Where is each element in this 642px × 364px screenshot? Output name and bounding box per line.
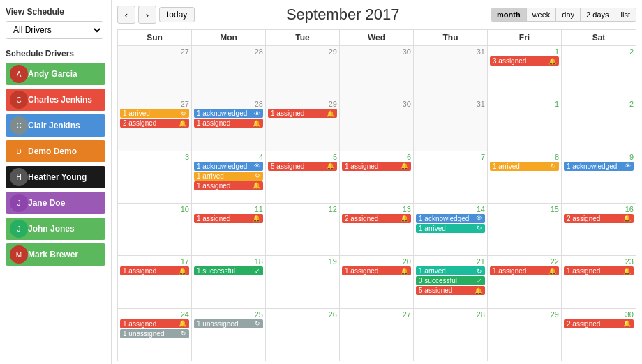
calendar-event[interactable]: 1 arrived↻ xyxy=(416,266,485,275)
calendar-cell[interactable]: 201 assigned🔔 xyxy=(340,256,414,308)
calendar-event[interactable]: 1 assigned🔔 xyxy=(120,266,189,275)
calendar-event[interactable]: 1 successful✓ xyxy=(194,266,263,275)
calendar-cell[interactable]: 281 acknowledged👁1 assigned🔔 xyxy=(192,98,266,150)
calendar-cell[interactable]: 31 xyxy=(414,98,488,150)
driver-item-jane-doe[interactable]: JJane Doe xyxy=(6,192,105,214)
calendar-event[interactable]: 1 unassigned↻ xyxy=(194,319,263,328)
event-label: 2 assigned xyxy=(567,320,600,328)
calendar-event[interactable]: 1 assigned🔔 xyxy=(564,266,634,275)
event-label: 5 assigned xyxy=(419,287,452,294)
calendar-event[interactable]: 2 assigned🔔 xyxy=(564,319,634,328)
calendar-cell[interactable]: 211 arrived↻3 successful✓5 assigned🔔 xyxy=(414,256,488,308)
calendar-event[interactable]: 2 assigned🔔 xyxy=(120,119,189,128)
calendar-cell[interactable]: 19 xyxy=(266,256,340,308)
calendar-cell[interactable]: 162 assigned🔔 xyxy=(562,204,636,255)
calendar-cell[interactable]: 28 xyxy=(192,46,266,98)
calendar-event[interactable]: 5 assigned🔔 xyxy=(416,286,485,295)
calendar-cell[interactable]: 141 acknowledged👁1 arrived↻ xyxy=(414,204,488,255)
calendar-cell[interactable]: 55 assigned🔔 xyxy=(266,151,340,203)
calendar-event[interactable]: 3 successful✓ xyxy=(416,276,485,285)
calendar-cell[interactable]: 29 xyxy=(488,309,562,361)
event-icon: ↻ xyxy=(255,320,260,327)
driver-item-mark-brewer[interactable]: MMark Brewer xyxy=(6,243,105,266)
calendar-cell[interactable]: 221 assigned🔔 xyxy=(488,256,562,308)
calendar-cell[interactable]: 28 xyxy=(414,309,488,361)
calendar-event[interactable]: 1 assigned🔔 xyxy=(490,266,559,275)
calendar-cell[interactable]: 241 assigned🔔1 unassigned↻ xyxy=(118,309,192,361)
calendar-cell[interactable]: 91 acknowledged👁 xyxy=(562,151,636,203)
calendar-cell[interactable]: 271 arrived↻2 assigned🔔 xyxy=(118,98,192,150)
day-number: 1 xyxy=(490,100,559,108)
driver-item-charles-jenkins[interactable]: CCharles Jenkins xyxy=(6,89,105,111)
calendar-cell[interactable]: 251 unassigned↻ xyxy=(192,309,266,361)
calendar-cell[interactable]: 15 xyxy=(488,204,562,255)
calendar-cell[interactable]: 2 xyxy=(562,98,636,150)
calendar-cell[interactable]: 111 assigned🔔 xyxy=(192,204,266,255)
calendar-week-4: 171 assigned🔔181 successful✓19201 assign… xyxy=(118,256,636,308)
driver-item-clair-jenkins[interactable]: CClair Jenkins xyxy=(6,114,105,137)
calendar-cell[interactable]: 29 xyxy=(266,46,340,98)
view-btn-list[interactable]: list xyxy=(615,8,636,21)
today-button[interactable]: today xyxy=(159,7,195,22)
calendar-cell[interactable]: 13 assigned🔔 xyxy=(488,46,562,98)
calendar-cell[interactable]: 61 assigned🔔 xyxy=(340,151,414,203)
event-label: 5 assigned xyxy=(271,162,304,170)
driver-item-andy-garcia[interactable]: AAndy Garcia xyxy=(6,63,105,85)
calendar-cell[interactable]: 81 arrived↻ xyxy=(488,151,562,203)
calendar-cell[interactable]: 231 assigned🔔 xyxy=(562,256,636,308)
calendar-event[interactable]: 1 acknowledged👁 xyxy=(194,109,263,118)
calendar-cell[interactable]: 1 xyxy=(488,98,562,150)
calendar-event[interactable]: 1 arrived↻ xyxy=(416,224,485,233)
view-btn-2-days[interactable]: 2 days xyxy=(581,8,615,21)
calendar-cell[interactable]: 31 xyxy=(414,46,488,98)
calendar-event[interactable]: 1 assigned🔔 xyxy=(342,162,411,171)
calendar-event[interactable]: 1 assigned🔔 xyxy=(194,119,263,128)
event-icon: 🔔 xyxy=(179,120,186,127)
calendar-cell[interactable]: 27 xyxy=(118,46,192,98)
calendar-cell[interactable]: 291 assigned🔔 xyxy=(266,98,340,150)
calendar-event[interactable]: 1 assigned🔔 xyxy=(194,181,263,190)
driver-item-heather-young[interactable]: HHeather Young xyxy=(6,166,105,188)
calendar-event[interactable]: 1 arrived↻ xyxy=(490,162,559,171)
calendar-cell[interactable]: 41 acknowledged👁1 arrived↻1 assigned🔔 xyxy=(192,151,266,203)
calendar-event[interactable]: 5 assigned🔔 xyxy=(268,162,337,171)
prev-button[interactable]: ‹ xyxy=(117,6,135,24)
calendar-event[interactable]: 2 assigned🔔 xyxy=(564,214,634,223)
calendar-cell[interactable]: 132 assigned🔔 xyxy=(340,204,414,255)
calendar-event[interactable]: 1 acknowledged👁 xyxy=(564,162,634,171)
calendar-cell[interactable]: 302 assigned🔔 xyxy=(562,309,636,361)
view-btn-month[interactable]: month xyxy=(491,8,527,21)
calendar-event[interactable]: 1 arrived↻ xyxy=(120,109,189,118)
calendar-event[interactable]: 1 assigned🔔 xyxy=(268,109,337,118)
next-button[interactable]: › xyxy=(138,6,156,24)
calendar-cell[interactable]: 12 xyxy=(266,204,340,255)
event-label: 1 arrived xyxy=(197,172,224,180)
event-label: 2 assigned xyxy=(567,215,600,222)
calendar-cell[interactable]: 30 xyxy=(340,98,414,150)
calendar-event[interactable]: 1 acknowledged👁 xyxy=(194,162,263,171)
calendar-event[interactable]: 1 unassigned↻ xyxy=(120,329,189,338)
calendar-cell[interactable]: 7 xyxy=(414,151,488,203)
calendar-cell[interactable]: 3 xyxy=(118,151,192,203)
calendar-cell[interactable]: 30 xyxy=(340,46,414,98)
view-btn-day[interactable]: day xyxy=(556,8,581,21)
driver-item-john-jones[interactable]: JJohn Jones xyxy=(6,218,105,240)
event-icon: 🔔 xyxy=(401,268,408,275)
driver-select[interactable]: All Drivers xyxy=(6,21,103,39)
calendar-cell[interactable]: 27 xyxy=(340,309,414,361)
calendar-event[interactable]: 3 assigned🔔 xyxy=(490,56,559,66)
calendar-cell[interactable]: 2 xyxy=(562,46,636,98)
calendar-cell[interactable]: 181 successful✓ xyxy=(192,256,266,308)
calendar-event[interactable]: 1 assigned🔔 xyxy=(120,319,189,328)
calendar-cell[interactable]: 26 xyxy=(266,309,340,361)
calendar-event[interactable]: 1 assigned🔔 xyxy=(194,214,263,223)
calendar-event[interactable]: 2 assigned🔔 xyxy=(342,214,411,223)
driver-item-demo-demo[interactable]: DDemo Demo xyxy=(6,140,105,162)
day-number: 3 xyxy=(120,153,189,161)
calendar-event[interactable]: 1 arrived↻ xyxy=(194,172,263,181)
calendar-cell[interactable]: 10 xyxy=(118,204,192,255)
calendar-event[interactable]: 1 acknowledged👁 xyxy=(416,214,485,223)
view-btn-week[interactable]: week xyxy=(527,8,557,21)
calendar-event[interactable]: 1 assigned🔔 xyxy=(342,266,411,275)
calendar-cell[interactable]: 171 assigned🔔 xyxy=(118,256,192,308)
